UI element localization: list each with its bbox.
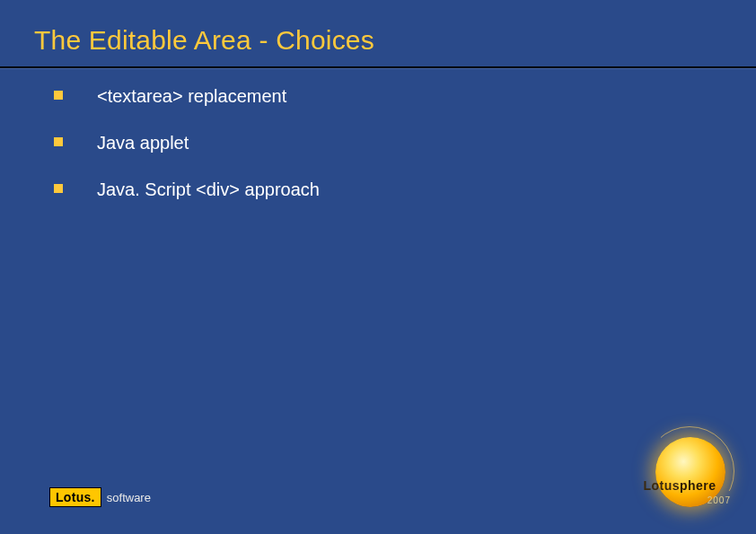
bullet-icon [54, 184, 63, 193]
lotusphere-word-b: phere [680, 478, 716, 493]
bullet-text: <textarea> replacement [97, 84, 286, 108]
bullet-text: Java applet [97, 131, 189, 154]
lotus-software-label: software [107, 491, 151, 504]
list-item: Java. Script <div> approach [54, 178, 720, 201]
slide: The Editable Area - Choices <textarea> r… [0, 0, 756, 534]
lotusphere-year: 2007 [708, 495, 731, 505]
bullet-text: Java. Script <div> approach [97, 178, 320, 201]
list-item: <textarea> replacement [54, 84, 720, 108]
bullet-icon [54, 137, 63, 146]
lotusphere-word-a: Lotus [643, 478, 680, 493]
title-area: The Editable Area - Choices [34, 25, 738, 61]
list-item: Java applet [54, 131, 720, 154]
title-underline [0, 66, 756, 68]
footer-lotus-logo: Lotus. software [49, 487, 151, 507]
lotus-mark: Lotus. [49, 487, 101, 507]
bullet-list: <textarea> replacement Java applet Java.… [54, 84, 720, 224]
lotusphere-wordmark: Lotusphere [627, 478, 733, 493]
slide-title: The Editable Area - Choices [34, 25, 738, 56]
bullet-icon [54, 91, 63, 100]
lotusphere-logo: Lotusphere 2007 [623, 433, 740, 523]
